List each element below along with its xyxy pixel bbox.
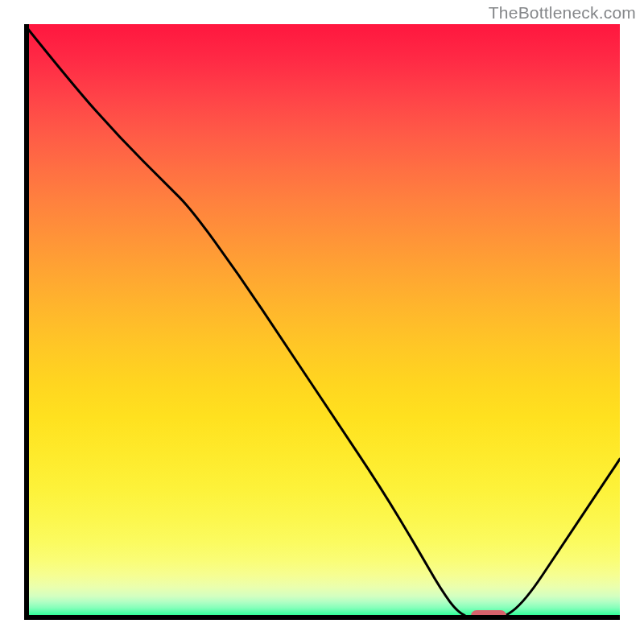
optimum-marker [471, 610, 506, 620]
watermark-text: TheBottleneck.com [489, 3, 636, 23]
bottleneck-curve [24, 24, 620, 620]
curve-path [24, 24, 620, 620]
plot-area [24, 24, 620, 620]
chart-frame [24, 24, 620, 620]
